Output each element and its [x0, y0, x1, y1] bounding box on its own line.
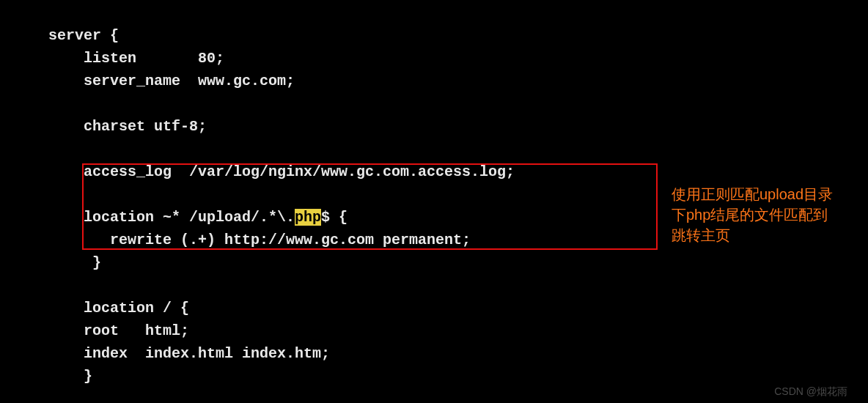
code-line: rewrite (.+) http://www.gc.com permanent… — [48, 232, 471, 248]
watermark-text: CSDN @烟花雨 — [774, 385, 847, 399]
code-line: access_log /var/log/nginx/www.gc.com.acc… — [48, 163, 515, 180]
annotation-text: 使用正则匹配upload目录 下php结尾的文件匹配到 跳转主页 — [672, 184, 855, 245]
code-line: location / { — [48, 300, 189, 317]
code-line: root html; — [48, 322, 189, 339]
search-highlight: php — [295, 209, 321, 226]
code-line: } — [48, 254, 101, 271]
code-line: location ~* /upload/.*\.php$ { — [48, 209, 347, 226]
annotation-line: 跳转主页 — [672, 225, 855, 245]
annotation-line: 使用正则匹配upload目录 — [672, 184, 855, 204]
code-line: index index.html index.htm; — [48, 345, 330, 362]
code-line: server { — [48, 27, 119, 44]
annotation-line: 下php结尾的文件匹配到 — [672, 204, 855, 225]
code-line: server_name www.gc.com; — [48, 73, 295, 89]
code-line: } — [48, 368, 92, 385]
code-line: listen 80; — [48, 50, 224, 67]
code-line: charset utf-8; — [48, 118, 207, 135]
